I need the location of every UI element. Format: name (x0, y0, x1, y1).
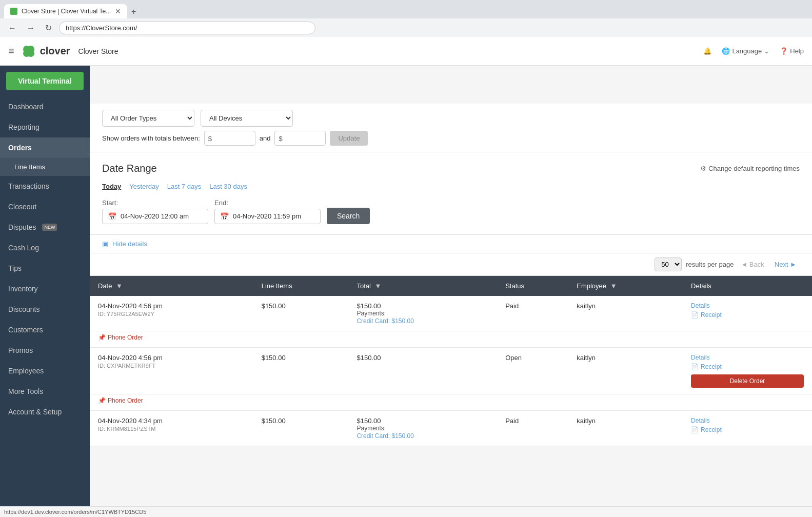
row2-details-link[interactable]: Details (691, 354, 804, 361)
end-date-input[interactable] (233, 212, 315, 220)
shortcut-yesterday[interactable]: Yesterday (129, 183, 159, 190)
table-row: 04-Nov-2020 4:56 pm ID: Y75RG12A5EW2Y $1… (90, 296, 812, 331)
end-date-wrapper[interactable]: 📅 (214, 209, 321, 224)
order-type-filter[interactable]: All Order Types (102, 110, 194, 127)
sidebar-item-disputes[interactable]: Disputes NEW (0, 217, 90, 237)
row1-status: Paid (505, 302, 519, 310)
address-bar[interactable] (59, 22, 315, 34)
sidebar-item-customers[interactable]: Customers (0, 320, 90, 340)
status-bar: https://dev1.dev.clover.com/orders/m/C1Y… (0, 506, 812, 517)
row1-total: $150.00 (357, 302, 489, 310)
row2-delete-order-button[interactable]: Delete Order (691, 374, 804, 388)
col-employee[interactable]: Employee ▼ (568, 276, 683, 296)
row3-line-items-cell: $150.00 (253, 411, 349, 446)
shortcut-today[interactable]: Today (102, 183, 121, 190)
table-row-phone-2: 📌 Phone Order (90, 394, 812, 411)
hamburger-icon[interactable]: ≡ (8, 45, 14, 57)
row1-details-link[interactable]: Details (691, 302, 804, 309)
row1-line-items-cell: $150.00 (253, 296, 349, 331)
start-label: Start: (102, 199, 208, 207)
new-tab-button[interactable]: + (127, 5, 140, 18)
max-total-input[interactable] (274, 131, 326, 146)
date-range-section: Date Range ⚙ Change default reporting ti… (90, 152, 812, 235)
start-date-input[interactable] (121, 212, 203, 220)
sort-date-icon: ▼ (116, 282, 123, 290)
sidebar-item-promos[interactable]: Promos (0, 340, 90, 361)
clover-svg-icon (21, 43, 37, 59)
sidebar: Virtual Terminal Dashboard Reporting Ord… (0, 66, 90, 517)
devices-filter[interactable]: All Devices (201, 110, 293, 127)
start-date-wrapper[interactable]: 📅 (102, 209, 208, 224)
forward-button[interactable]: → (24, 23, 38, 34)
receipt-icon-3: 📄 (691, 426, 699, 433)
browser-tab-active[interactable]: Clover Store | Clover Virtual Te... ✕ (4, 4, 127, 18)
row1-employee: kaitlyn (577, 302, 596, 310)
row1-date: 04-Nov-2020 4:56 pm (98, 302, 245, 310)
row3-total-cell: $150.00 Payments: Credit Card: $150.00 (348, 411, 497, 446)
table-header: Date ▼ Line Items Total ▼ Status (90, 276, 812, 296)
table-row: 04-Nov-2020 4:34 pm ID: KRMM8115PZSTM $1… (90, 411, 812, 446)
tab-close-icon[interactable]: ✕ (115, 7, 121, 15)
sort-total-icon: ▼ (375, 282, 382, 290)
sidebar-label-tips: Tips (8, 264, 22, 272)
sidebar-item-closeout[interactable]: Closeout (0, 196, 90, 217)
notification-button[interactable]: 🔔 (703, 47, 711, 55)
min-total-input[interactable] (204, 131, 255, 146)
language-chevron-icon: ⌄ (764, 47, 769, 55)
row2-phone-order-tag: 📌 Phone Order (98, 397, 143, 404)
change-default-link[interactable]: ⚙ Change default reporting times (700, 165, 800, 172)
sidebar-item-tips[interactable]: Tips (0, 258, 90, 279)
row3-payment-link[interactable]: Credit Card: $150.00 (357, 432, 413, 440)
row3-payments-label: Payments: (357, 425, 489, 432)
back-button[interactable]: ← (5, 23, 19, 34)
sidebar-item-account-setup[interactable]: Account & Setup (0, 402, 90, 422)
row1-employee-cell: kaitlyn (568, 296, 683, 331)
back-pagination-button[interactable]: ◄ Back (738, 260, 767, 269)
bell-icon: 🔔 (703, 47, 711, 55)
sidebar-item-discounts[interactable]: Discounts (0, 299, 90, 320)
row3-details-link[interactable]: Details (691, 417, 804, 424)
row3-receipt-link[interactable]: 📄 Receipt (691, 426, 804, 433)
filter-dropdowns-row: All Order Types All Devices (102, 110, 800, 127)
col-total[interactable]: Total ▼ (348, 276, 497, 296)
shortcut-last30[interactable]: Last 30 days (209, 183, 247, 190)
shortcut-last7[interactable]: Last 7 days (167, 183, 202, 190)
sidebar-item-reporting[interactable]: Reporting (0, 117, 90, 137)
sidebar-label-disputes: Disputes (8, 223, 36, 231)
help-button[interactable]: ❓ Help (780, 47, 804, 55)
sidebar-item-transactions[interactable]: Transactions (0, 176, 90, 196)
update-button[interactable]: Update (330, 131, 368, 146)
header-actions: 🔔 🌐 Language ⌄ ❓ Help (703, 47, 804, 55)
language-button[interactable]: 🌐 Language ⌄ (722, 47, 769, 55)
row1-details-cell: Details 📄 Receipt (683, 296, 812, 331)
sidebar-label-inventory: Inventory (8, 285, 38, 293)
col-date[interactable]: Date ▼ (90, 276, 253, 296)
sidebar-item-cash-log[interactable]: Cash Log (0, 237, 90, 258)
results-per-page-label: results per page (686, 261, 734, 268)
sidebar-item-dashboard[interactable]: Dashboard (0, 96, 90, 117)
row3-date-cell: 04-Nov-2020 4:34 pm ID: KRMM8115PZSTM (90, 411, 253, 446)
sidebar-item-orders[interactable]: Orders (0, 137, 90, 158)
orders-table-wrapper: Date ▼ Line Items Total ▼ Status (90, 276, 812, 446)
virtual-terminal-button[interactable]: Virtual Terminal (6, 72, 84, 90)
sidebar-item-line-items[interactable]: Line Items (0, 158, 90, 176)
next-pagination-button[interactable]: Next ► (771, 260, 800, 269)
app-header: ≡ clover Clover Store 🔔 🌐 Language ⌄ ❓ H… (0, 37, 812, 66)
sidebar-label-customers: Customers (8, 326, 43, 334)
search-button[interactable]: Search (327, 208, 370, 224)
sidebar-item-inventory[interactable]: Inventory (0, 279, 90, 299)
language-label: Language (732, 47, 762, 55)
row1-receipt-link[interactable]: 📄 Receipt (691, 311, 804, 319)
row1-order-id: ID: Y75RG12A5EW2Y (98, 311, 245, 317)
hide-details-bar[interactable]: ▣ Hide details (90, 235, 812, 253)
row2-receipt-link[interactable]: 📄 Receipt (691, 363, 804, 370)
per-page-select[interactable]: 50 (655, 257, 682, 271)
sidebar-item-more-tools[interactable]: More Tools (0, 381, 90, 402)
end-label: End: (214, 199, 321, 207)
row2-details-links: Details 📄 Receipt Delete Order (691, 354, 804, 388)
tab-favicon (10, 8, 17, 15)
row2-line-items: $150.00 (262, 354, 286, 362)
sidebar-item-employees[interactable]: Employees (0, 361, 90, 381)
row1-payment-link[interactable]: Credit Card: $150.00 (357, 317, 413, 325)
reload-button[interactable]: ↻ (42, 22, 55, 34)
